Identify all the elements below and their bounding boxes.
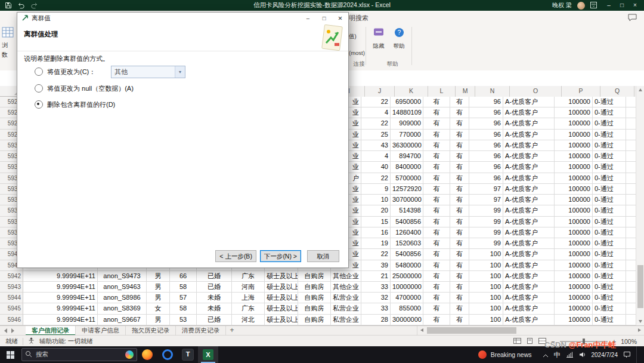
cell[interactable]: 有 <box>450 195 469 205</box>
cell[interactable]: 自购房 <box>298 282 331 293</box>
taskbar-clock[interactable]: 2024/7/24 <box>592 352 618 358</box>
cell[interactable]: 5700000 <box>391 173 423 184</box>
cell[interactable]: anon_S8369 <box>98 303 147 314</box>
cell[interactable]: 硕士及以上 <box>265 293 298 303</box>
cell[interactable]: 有 <box>423 238 450 249</box>
chevron-up-icon[interactable] <box>543 349 549 360</box>
cell[interactable]: 97 <box>469 195 503 205</box>
cell[interactable]: 100000 <box>555 97 593 107</box>
cell[interactable]: 有 <box>423 260 450 271</box>
sheet-tab-1[interactable]: 申请客户信息 <box>76 326 126 336</box>
network-icon[interactable] <box>566 349 574 360</box>
cell[interactable]: 有 <box>450 260 469 271</box>
cell[interactable]: 96 <box>469 107 503 118</box>
cell[interactable]: 有 <box>450 162 469 173</box>
cell[interactable]: 已婚 <box>197 282 232 293</box>
cell[interactable]: 私营企业 <box>331 303 361 314</box>
row-header[interactable]: 5944 <box>0 293 23 303</box>
cell[interactable]: 22 <box>361 249 391 260</box>
cell[interactable]: 男 <box>147 282 170 293</box>
taskbar-app-excel[interactable]: X <box>198 346 218 363</box>
cell[interactable]: 100000 <box>555 151 593 162</box>
cell[interactable]: 12572920 <box>391 184 423 195</box>
start-button[interactable] <box>0 346 20 363</box>
cell[interactable]: 河南 <box>232 282 265 293</box>
cell[interactable]: 100000 <box>555 205 593 216</box>
row-header[interactable]: 5946 <box>0 315 23 325</box>
cell[interactable]: 0-通过 <box>593 238 626 249</box>
cell[interactable]: 0-通过 <box>593 97 626 107</box>
cell[interactable]: 0-通过 <box>593 293 626 303</box>
cell[interactable]: 广东 <box>232 271 265 282</box>
user-avatar[interactable] <box>577 2 585 10</box>
cell[interactable]: 有 <box>423 303 450 314</box>
cell[interactable]: 有 <box>450 217 469 227</box>
cell[interactable]: 100000 <box>555 173 593 184</box>
radio-change-value[interactable] <box>35 67 43 76</box>
cell[interactable]: 有 <box>450 173 469 184</box>
dialog-close-button[interactable]: ✕ <box>332 13 348 24</box>
cell[interactable]: 100000 <box>555 315 593 325</box>
cell[interactable]: 0-通过 <box>593 118 626 129</box>
cell[interactable]: 有 <box>450 184 469 195</box>
horizontal-scroll-thumb[interactable] <box>427 327 516 334</box>
cell[interactable]: A-优质客户 <box>503 162 555 173</box>
cell[interactable]: A-优质客户 <box>503 151 555 162</box>
close-button[interactable]: × <box>628 0 642 11</box>
cell[interactable]: 0-通过 <box>593 151 626 162</box>
cell[interactable]: A-优质客户 <box>503 173 555 184</box>
cell[interactable]: A-优质客户 <box>503 303 555 314</box>
column-header[interactable]: J <box>365 86 395 97</box>
volume-icon[interactable] <box>579 349 586 360</box>
sheet-tab-2[interactable]: 拖欠历史记录 <box>126 326 176 336</box>
cell[interactable]: 16 <box>361 227 391 238</box>
back-button[interactable]: < 上一步(B) <box>215 250 256 262</box>
cell[interactable]: 100000 <box>555 195 593 205</box>
normal-view-button[interactable] <box>513 338 521 345</box>
show-desktop-button[interactable] <box>636 346 639 363</box>
cancel-button[interactable]: 取消 <box>307 250 339 262</box>
cell[interactable]: 有 <box>423 151 450 162</box>
zoom-level[interactable]: 100% <box>621 338 637 345</box>
radio-change-to-null[interactable] <box>35 84 43 93</box>
cell[interactable]: 有 <box>423 282 450 293</box>
cell[interactable]: 有 <box>423 205 450 216</box>
vertical-scrollbar[interactable] <box>636 86 644 325</box>
cell[interactable]: 96 <box>469 118 503 129</box>
cell[interactable]: 9.99994E+11 <box>23 282 98 293</box>
cell[interactable]: 100000 <box>555 271 593 282</box>
cell[interactable]: 100000 <box>555 227 593 238</box>
tellme-search-fragment[interactable]: 明搜索 <box>349 14 369 23</box>
cell[interactable]: 32 <box>361 293 391 303</box>
cell[interactable]: 已婚 <box>197 315 232 325</box>
cell[interactable]: 100000 <box>555 260 593 271</box>
cell[interactable]: 100000 <box>555 249 593 260</box>
cell[interactable]: 28 <box>361 315 391 325</box>
cell[interactable]: 有 <box>423 271 450 282</box>
next-sheet-arrow[interactable] <box>11 328 14 333</box>
cell[interactable]: 100 <box>469 260 503 271</box>
cell[interactable]: 770000 <box>391 130 423 140</box>
cell[interactable]: 96 <box>469 151 503 162</box>
cell[interactable]: A-优质客户 <box>503 195 555 205</box>
cell[interactable]: 0-通过 <box>593 282 626 293</box>
cell[interactable]: 男 <box>147 271 170 282</box>
cell[interactable]: 53 <box>170 315 197 325</box>
cell[interactable]: 有 <box>423 173 450 184</box>
cell[interactable]: 96 <box>469 130 503 140</box>
dialog-title-bar[interactable]: 离群值 – □ ✕ <box>17 13 348 24</box>
cell[interactable]: 97 <box>469 184 503 195</box>
cell[interactable]: 100000 <box>555 303 593 314</box>
cell[interactable]: 有 <box>423 217 450 227</box>
change-value-combobox[interactable]: 其他 ▼ <box>111 66 185 78</box>
cell[interactable]: 有 <box>450 271 469 282</box>
cell[interactable]: 855000 <box>391 303 423 314</box>
column-header[interactable]: Q <box>600 86 634 97</box>
cell[interactable]: 有 <box>423 140 450 151</box>
column-header[interactable]: O <box>510 86 562 97</box>
cell[interactable]: 有 <box>423 184 450 195</box>
cell[interactable]: 99 <box>469 227 503 238</box>
dialog-minimize-button[interactable]: – <box>300 13 316 24</box>
cell[interactable]: 硕士及以上 <box>265 271 298 282</box>
taskbar-app-t[interactable]: T <box>178 346 198 363</box>
